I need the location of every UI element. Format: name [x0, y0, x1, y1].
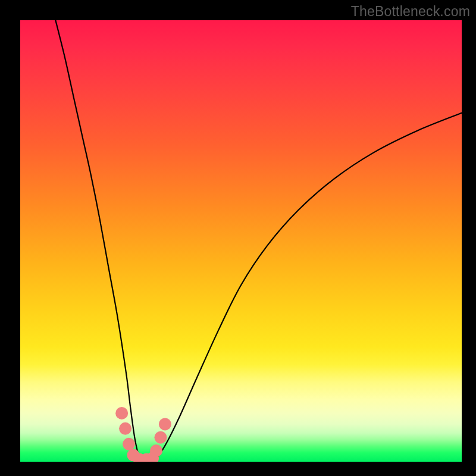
highlight-dot — [123, 438, 135, 450]
plot-area — [20, 20, 462, 462]
bottleneck-curve — [55, 20, 462, 462]
chart-frame: TheBottleneck.com — [0, 0, 476, 476]
highlight-dots — [115, 407, 171, 462]
highlight-dot — [150, 444, 162, 457]
highlight-dot — [115, 407, 128, 419]
highlight-dot — [159, 418, 171, 430]
curve-layer — [20, 20, 462, 462]
highlight-dot — [154, 431, 167, 444]
watermark-text: TheBottleneck.com — [351, 4, 470, 20]
highlight-dot — [119, 422, 131, 435]
